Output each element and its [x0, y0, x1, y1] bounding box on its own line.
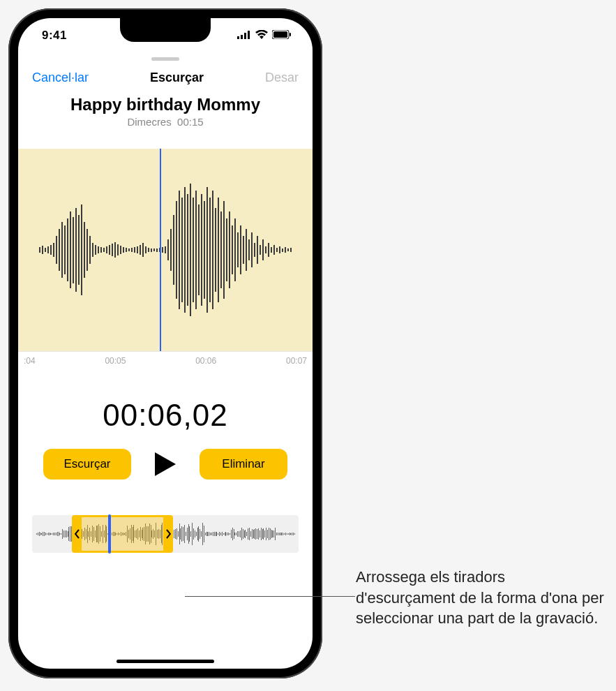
trim-playhead[interactable]: [108, 514, 111, 553]
play-button[interactable]: [148, 447, 183, 482]
status-bar: 9:41: [18, 18, 313, 53]
home-indicator[interactable]: [117, 660, 214, 663]
waveform-bars: [18, 149, 313, 351]
ruler-tick: :04: [24, 356, 36, 366]
svg-rect-1: [241, 35, 243, 39]
svg-rect-6: [290, 33, 291, 36]
recording-day: Dimecres: [127, 116, 171, 128]
status-icons: [237, 29, 292, 43]
callout-leader-line: [185, 596, 355, 597]
playhead[interactable]: [160, 149, 161, 351]
chevron-left-icon: [75, 529, 80, 539]
battery-icon: [272, 29, 292, 43]
playback-timer: 00:06,02: [18, 398, 313, 433]
recording-title: Happy birthday Mommy: [18, 95, 313, 114]
ruler-tick: 00:07: [286, 356, 307, 366]
nav-bar: Cancel·lar Escurçar Desar: [18, 61, 313, 92]
cellular-icon: [237, 29, 251, 43]
save-button[interactable]: Desar: [265, 70, 299, 85]
svg-rect-5: [273, 31, 287, 38]
trim-button[interactable]: Escurçar: [43, 449, 131, 480]
trim-selection[interactable]: [72, 515, 173, 553]
svg-rect-3: [248, 31, 250, 39]
trim-strip[interactable]: [32, 515, 299, 553]
waveform-main[interactable]: [18, 149, 313, 351]
ruler-tick: 00:05: [105, 356, 126, 366]
cancel-button[interactable]: Cancel·lar: [32, 70, 89, 85]
status-time: 9:41: [42, 29, 67, 43]
recording-duration: 00:15: [177, 116, 204, 128]
wifi-icon: [255, 29, 268, 43]
trim-handle-left[interactable]: [72, 517, 82, 551]
time-ruler: :04 00:05 00:06 00:07: [18, 351, 313, 370]
svg-rect-0: [237, 36, 239, 39]
callout-text: Arrossega els tiradors d'escurçament de …: [356, 567, 607, 629]
play-icon: [153, 451, 177, 477]
delete-button[interactable]: Eliminar: [200, 449, 287, 480]
phone-screen: 9:41 Cancel·lar Escurçar Desar Happy bir…: [18, 18, 313, 669]
nav-title: Escurçar: [150, 70, 204, 85]
ruler-tick: 00:06: [195, 356, 216, 366]
phone-frame: 9:41 Cancel·lar Escurçar Desar Happy bir…: [8, 8, 322, 678]
trim-handle-right[interactable]: [163, 517, 173, 551]
controls-row: Escurçar Eliminar: [18, 447, 313, 482]
chevron-right-icon: [166, 529, 171, 539]
svg-rect-2: [244, 33, 246, 39]
recording-meta: Dimecres 00:15: [18, 116, 313, 128]
